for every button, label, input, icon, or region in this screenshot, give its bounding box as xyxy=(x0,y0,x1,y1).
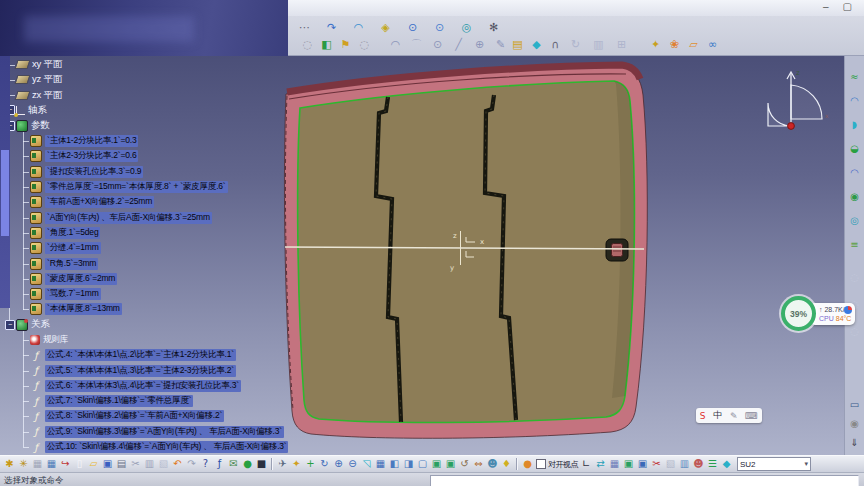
expand-node-relations[interactable] xyxy=(5,320,15,330)
tree-item-parameter[interactable]: `R角.5`=3mm xyxy=(0,256,340,271)
tree-item-parameters[interactable]: 参数 xyxy=(0,118,340,133)
fly-mode-icon[interactable]: ✈ xyxy=(276,457,289,472)
arc-tool-icon[interactable]: ◠ xyxy=(351,20,366,35)
fit-all-icon[interactable]: ✦ xyxy=(290,457,303,472)
capture2-icon[interactable]: ◉ xyxy=(848,416,861,431)
tree-item-relations[interactable]: 关系 xyxy=(0,317,340,332)
knife-icon[interactable]: ✂ xyxy=(650,457,663,472)
ime-keyboard-icon[interactable]: ⌨ xyxy=(745,411,758,421)
flag-tool-icon[interactable]: ⚑ xyxy=(338,37,353,52)
spline-icon[interactable]: ◠ xyxy=(388,37,403,52)
frame-icon[interactable]: ▦ xyxy=(31,457,44,472)
open-icon[interactable]: ▱ xyxy=(87,457,100,472)
capture-icon[interactable]: ▱ xyxy=(686,37,701,52)
cube-search-icon[interactable]: ◎ xyxy=(459,20,474,35)
measure-icon[interactable]: ✦ xyxy=(648,37,663,52)
cut-icon[interactable]: ✂ xyxy=(129,457,142,472)
link-icon[interactable]: ∞ xyxy=(705,37,720,52)
line-icon[interactable]: ╱ xyxy=(451,37,466,52)
offset-icon[interactable]: ≡ xyxy=(848,237,861,252)
system-monitor-overlay[interactable]: 39% ↑ 28.7K/s CPU 84°C xyxy=(781,296,855,331)
swap-view-icon[interactable]: ⇄ xyxy=(594,457,607,472)
paste-icon[interactable]: ▧ xyxy=(157,457,170,472)
tree-item-parameter[interactable]: `主体2-3分块比率.2`=0.6 xyxy=(0,149,340,164)
revolve-icon[interactable]: ◎ xyxy=(848,213,861,228)
undo-icon[interactable]: ↶ xyxy=(171,457,184,472)
point-icon[interactable]: ⊕ xyxy=(472,37,487,52)
tree-item-parameter[interactable]: `角度.1`=5deg xyxy=(0,225,340,240)
tree-item-plane[interactable]: xy 平面 xyxy=(0,57,340,72)
tree-item-parameter[interactable]: `蒙皮厚度.6`=2mm xyxy=(0,271,340,286)
pad-stack-icon[interactable]: ▤ xyxy=(510,37,525,52)
compass[interactable]: z x xyxy=(768,69,829,129)
tree-item-parameter[interactable]: `A面Y向(车内) 、车后A面-X向偏移.3`=25mm xyxy=(0,210,340,225)
sketch-icon[interactable]: ✎ xyxy=(493,37,508,52)
circle-icon[interactable]: ⊙ xyxy=(430,37,445,52)
zoom-area-icon[interactable]: ⊙ xyxy=(405,20,420,35)
comment-icon[interactable]: ✉ xyxy=(227,457,240,472)
curve-icon[interactable]: ⌒ xyxy=(409,37,424,52)
tree-item-parameter[interactable]: `主体1-2分块比率.1`=0.3 xyxy=(0,133,340,148)
rotate-icon[interactable]: ↻ xyxy=(318,457,331,472)
ime-logo[interactable]: S xyxy=(700,411,706,421)
avatar-icon[interactable]: ☻ xyxy=(486,457,499,472)
turntable-icon[interactable]: ↺ xyxy=(458,457,471,472)
eraser2-icon[interactable]: ◆ xyxy=(720,457,733,472)
customize-gear-icon[interactable]: ✱ xyxy=(3,457,16,472)
mannequin-icon[interactable]: ✻ xyxy=(486,20,501,35)
viewport-icon[interactable]: ▭ xyxy=(848,397,861,412)
screen-icon[interactable]: ■ xyxy=(255,457,268,472)
tree-item-parameter[interactable]: `零件总厚度`=15mm=`本体厚度.8` + `蒙皮厚度.6` xyxy=(0,179,340,194)
status-input-field[interactable] xyxy=(430,475,859,486)
tree-item-parameter[interactable]: `车前A面+X向偏移.2`=25mm xyxy=(0,195,340,210)
eject-icon[interactable]: ⇓ xyxy=(848,435,861,450)
part-cube-icon[interactable]: ◧ xyxy=(319,37,334,52)
view-mode-combobox[interactable]: SU2 ▾ xyxy=(737,457,811,471)
tree-item-formula[interactable]: 公式.7: `Skin\偏移.1\偏移`=`零件总厚度` xyxy=(0,394,340,409)
connect-icon[interactable]: ● xyxy=(241,457,254,472)
mass-icon[interactable]: ❀ xyxy=(667,37,682,52)
multi-view-icon[interactable]: ▦ xyxy=(374,457,387,472)
print-icon[interactable]: ▤ xyxy=(115,457,128,472)
plane-tool-icon[interactable]: ◈ xyxy=(378,20,393,35)
tree-item-formula[interactable]: 公式.8: `Skin\偏移.2\偏移`=`车前A面+X向偏移.2` xyxy=(0,409,340,424)
tree-item-plane[interactable]: zx 平面 xyxy=(0,88,340,103)
copy-icon[interactable]: ▥ xyxy=(143,457,156,472)
tree-item-formula[interactable]: 公式.9: `Skin\偏移.3\偏移`=`A面Y向(车内) 、 车后A面-X向… xyxy=(0,424,340,439)
sweep-icon[interactable]: ◠ xyxy=(848,93,861,108)
surface-wave-icon[interactable]: ≈ xyxy=(848,69,861,84)
axis-system-icon[interactable]: ∟ xyxy=(580,457,593,472)
blend-icon[interactable]: ◠ xyxy=(848,165,861,180)
grid-icon[interactable]: ▦ xyxy=(608,457,621,472)
save-icon[interactable]: ▣ xyxy=(101,457,114,472)
clip-boss[interactable] xyxy=(606,239,628,261)
tree-item-formula[interactable]: 公式.5: `本体\本体1\点.3\比率`=`主体2-3分块比率.2` xyxy=(0,363,340,378)
screen-b-icon[interactable]: ▣ xyxy=(444,457,457,472)
tree-item-plane[interactable]: yz 平面 xyxy=(0,72,340,87)
render-style-icon[interactable]: ● xyxy=(521,457,534,472)
wireframe-icon[interactable]: ▢ xyxy=(416,457,429,472)
loft-icon[interactable]: ◒ xyxy=(848,141,861,156)
table-icon[interactable]: ▦ xyxy=(45,457,58,472)
fill-icon[interactable]: ◗ xyxy=(848,117,861,132)
screen-a-icon[interactable]: ▣ xyxy=(430,457,443,472)
stack-icon[interactable]: ☰ xyxy=(706,457,719,472)
split-viewpoint-checkbox[interactable] xyxy=(536,459,546,469)
normal-view-icon[interactable]: ◹ xyxy=(360,457,373,472)
tree-item-formula[interactable]: 公式.10: `Skin\偏移.4\偏移`=`A面Y向(车内) 、 车后A面-X… xyxy=(0,439,340,454)
tree-item-formula[interactable]: 公式.4: `本体\本体1\点.2\比率`=`主体1-2分块比率.1` xyxy=(0,348,340,363)
update-icon[interactable]: ↻ xyxy=(568,37,583,52)
more-dots-icon[interactable]: ⋯ xyxy=(297,20,312,35)
tool-a-icon[interactable]: ◌ xyxy=(848,270,861,285)
ghost-tool-icon[interactable]: ◌ xyxy=(357,37,372,52)
tree-item-formula[interactable]: 公式.6: `本体\本体3\点.4\比率`=`提扣安装孔位比率.3` xyxy=(0,378,340,393)
tree-item-axis-system[interactable]: 轴系 xyxy=(0,103,340,118)
shading-icon[interactable]: ◧ xyxy=(388,457,401,472)
minimize-button[interactable]: – xyxy=(823,1,829,12)
fx-icon[interactable]: ƒ xyxy=(213,457,226,472)
zoom-in-icon[interactable]: ⊕ xyxy=(332,457,345,472)
macros-icon[interactable]: ✳ xyxy=(17,457,30,472)
tree-item-parameter[interactable]: `分缝.4`=1mm xyxy=(0,241,340,256)
back-icon[interactable]: ↪ xyxy=(59,457,72,472)
shell-icon[interactable]: ∩ xyxy=(548,37,563,52)
